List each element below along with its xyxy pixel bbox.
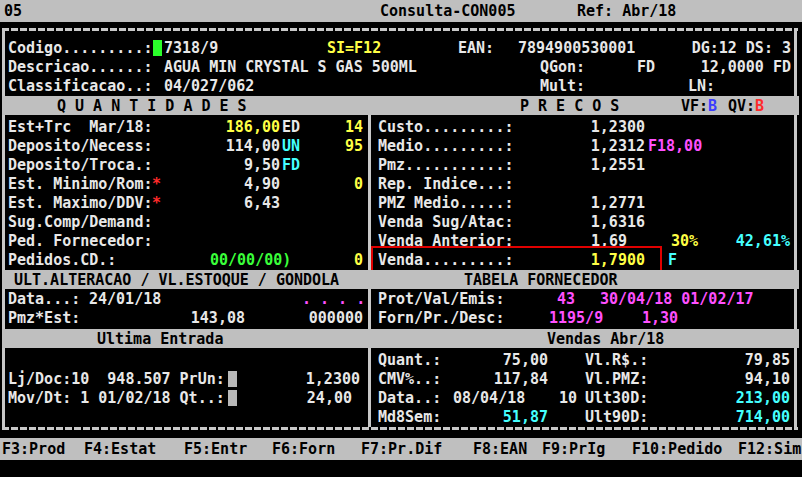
fkey-f6-forn[interactable]: F6:Forn bbox=[272, 440, 335, 459]
row-label: Quant.: bbox=[378, 351, 441, 370]
row-label: Est. Maximo/DDV: bbox=[8, 194, 153, 213]
input-cursor[interactable] bbox=[228, 371, 237, 387]
row-value: 186,00 bbox=[160, 118, 280, 137]
row-value: 4,90 bbox=[160, 175, 280, 194]
qv-value: B bbox=[755, 97, 764, 116]
prot-label: Prot/Val/Emis: bbox=[378, 290, 504, 309]
row-value: 714,00 bbox=[690, 408, 790, 427]
row-value: 9,50 bbox=[160, 156, 280, 175]
reference-period: Ref: Abr/18 bbox=[577, 2, 676, 21]
row-value: 1,2771 bbox=[515, 194, 645, 213]
gondola-dots: . . . . bbox=[302, 290, 365, 309]
row-label: Venda Sug/Atac: bbox=[378, 213, 513, 232]
row-label: Deposito/Necess: bbox=[8, 137, 153, 156]
function-key-bar: F3:Prod F4:Estat F5:Entr F6:Forn F7:Pr.D… bbox=[0, 438, 802, 460]
qgon-unit: FD bbox=[637, 58, 655, 77]
ult-alteracao-header: ULT.ALTERACAO / VL.ESTOQUE / GONDOLA bbox=[14, 271, 339, 290]
dg-ds-value: DG:12 DS: 3 bbox=[660, 39, 791, 58]
row-label: Sug.Comp/Demand: bbox=[8, 213, 153, 232]
row-unit: FD bbox=[282, 156, 300, 175]
doc-value-field[interactable]: 1,2300 bbox=[280, 370, 360, 389]
codes-value: 000000 bbox=[305, 309, 363, 328]
si-hint: SI=F12 bbox=[327, 39, 381, 58]
mult-label: Mult: bbox=[540, 77, 585, 96]
qgon-value: 12,0000 FD bbox=[660, 58, 791, 77]
descricao-value: AGUA MIN CRYSTAL S GAS 500ML bbox=[164, 58, 417, 77]
system-id: 05 bbox=[4, 2, 22, 21]
margem-value: 30% bbox=[671, 232, 698, 251]
row-label: Rep. Indice...: bbox=[378, 175, 513, 194]
box-border-left bbox=[2, 28, 5, 430]
row-label: Deposito/Troca.: bbox=[8, 156, 153, 175]
fkey-f12-sim[interactable]: F12:Sim bbox=[738, 440, 801, 459]
row-label: Data..: bbox=[378, 389, 441, 408]
prot-dates: 30/04/18 01/02/17 bbox=[600, 290, 754, 309]
fkey-f4-estat[interactable]: F4:Estat bbox=[84, 440, 156, 459]
row-value: 75,00 bbox=[445, 351, 548, 370]
row-label: Venda.........: bbox=[378, 251, 513, 270]
ultima-entrada-header: Ultima Entrada bbox=[97, 330, 223, 349]
row-extra: 0 bbox=[300, 175, 363, 194]
forn-label: Forn/Pr./Desc: bbox=[378, 309, 504, 328]
pmz-est-label: Pmz*Est: bbox=[8, 309, 80, 328]
section-header-band: Q U A N T I D A D E S P R E C O S VF: B … bbox=[2, 96, 799, 115]
codigo-field[interactable]: 7318/9 bbox=[164, 39, 218, 58]
terminal-screen: 05 Consulta-CON005 Ref: Abr/18 Codigo...… bbox=[0, 0, 802, 477]
fator-value: F18,00 bbox=[648, 137, 702, 156]
box-border-top bbox=[2, 28, 798, 31]
fkey-f9-prig[interactable]: F9:PrIg bbox=[542, 440, 605, 459]
row-value: 114,00 bbox=[160, 137, 280, 156]
input-cursor[interactable] bbox=[153, 40, 162, 56]
section-header-band: Ultima Entrada Vendas Abr/18 bbox=[2, 329, 799, 348]
prot-value: 43 bbox=[515, 290, 575, 309]
fkey-f10-pedido[interactable]: F10:Pedido bbox=[632, 440, 722, 459]
venda-value-field[interactable]: 1,7900 bbox=[515, 251, 645, 270]
doc-label: Lj/Doc:10 948.507 PrUn: bbox=[8, 370, 225, 389]
markup-value: 42,61% bbox=[712, 232, 790, 251]
row-label: Pmz...........: bbox=[378, 156, 513, 175]
row-extra: 95 bbox=[300, 137, 363, 156]
vf-value: B bbox=[708, 97, 717, 116]
vendas-header: Vendas Abr/18 bbox=[547, 330, 664, 349]
divider-entrada-vendas bbox=[368, 348, 371, 427]
fkey-f5-entr[interactable]: F5:Entr bbox=[184, 440, 247, 459]
row-unit: UN bbox=[282, 137, 300, 156]
fkey-f7-pr-dif[interactable]: F7:Pr.Dif bbox=[361, 440, 442, 459]
fkey-f3-prod[interactable]: F3:Prod bbox=[2, 440, 65, 459]
venda-flag: F bbox=[668, 251, 677, 270]
data-value: 24/01/18 bbox=[89, 290, 161, 309]
codigo-label: Codigo.........: bbox=[8, 39, 153, 58]
row-value: 1,6316 bbox=[515, 213, 645, 232]
row-label: Est+Trc Mar/18: bbox=[8, 118, 153, 137]
quantidades-header: Q U A N T I D A D E S bbox=[57, 97, 247, 116]
classificacao-label: Classificacao..: bbox=[8, 77, 153, 96]
row-label: CMV%..: bbox=[378, 370, 441, 389]
input-cursor[interactable] bbox=[228, 390, 237, 406]
fkey-f8-ean[interactable]: F8:EAN bbox=[473, 440, 527, 459]
row-extra: 14 bbox=[300, 118, 363, 137]
row-label: PMZ Medio.....: bbox=[378, 194, 513, 213]
row-value: 00/00/00) bbox=[210, 251, 291, 270]
row-label: Est. Minimo/Rom: bbox=[8, 175, 153, 194]
box-border-right bbox=[794, 28, 797, 430]
descricao-label: Descricao......: bbox=[8, 58, 153, 77]
row-value: 1,2300 bbox=[515, 118, 645, 137]
row-label: Medio.........: bbox=[378, 137, 513, 156]
row-label: Md8Sem: bbox=[378, 408, 441, 427]
window-title: Consulta-CON005 bbox=[380, 2, 515, 21]
row-value: 51,87 bbox=[445, 408, 548, 427]
tabela-fornecedor-header: TABELA FORNECEDOR bbox=[464, 271, 618, 290]
mov-value-field[interactable]: 24,00 bbox=[280, 389, 352, 408]
row-count: 10 bbox=[545, 389, 577, 408]
row-value: 213,00 bbox=[690, 389, 790, 408]
row-value: 6,43 bbox=[160, 194, 280, 213]
forn-desc: 1,30 bbox=[642, 309, 678, 328]
row-value: 08/04/18 bbox=[453, 389, 525, 408]
row-label: Ult30D: bbox=[585, 389, 648, 408]
section-header-band: ULT.ALTERACAO / VL.ESTOQUE / GONDOLA TAB… bbox=[2, 270, 799, 289]
ean-label: EAN: bbox=[458, 39, 494, 58]
row-unit: ED bbox=[282, 118, 300, 137]
mov-label: Mov/Dt: 1 01/02/18 Qt..: bbox=[8, 389, 225, 408]
precos-header: P R E C O S bbox=[520, 97, 619, 116]
row-label: Custo.........: bbox=[378, 118, 513, 137]
